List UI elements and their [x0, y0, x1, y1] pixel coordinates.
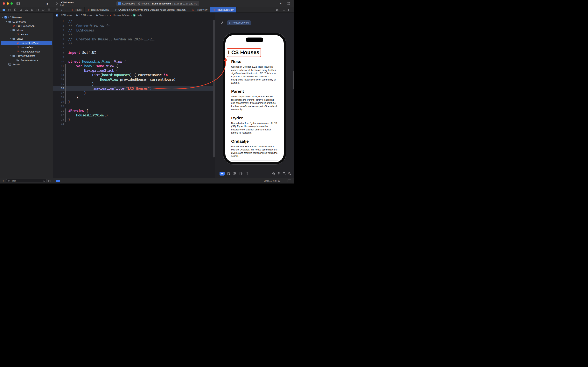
- zoom-fit-button[interactable]: [277, 172, 281, 175]
- zoom-window-button[interactable]: [10, 2, 13, 5]
- code-line-16[interactable]: 16 .navigationTitle("LCS Houses"): [53, 86, 215, 91]
- sidebar-item-lcshouses[interactable]: ▾LCSHouses: [1, 19, 52, 24]
- navigator-tab-issues[interactable]: [25, 8, 28, 11]
- breadcrumb-item-views[interactable]: Views: [95, 14, 106, 17]
- pin-preview-icon[interactable]: [219, 21, 224, 25]
- disclosure-chevron-icon[interactable]: ▾: [9, 55, 12, 57]
- code-editor[interactable]: 1//2// ContentView.swift3// LCSHouses4//…: [53, 18, 215, 178]
- sidebar-item-houseview[interactable]: HouseView: [1, 45, 52, 49]
- line-number[interactable]: 15: [53, 83, 64, 85]
- sidebar-item-house[interactable]: House: [1, 32, 52, 37]
- navigator-tab-bookmarks[interactable]: [14, 8, 17, 11]
- line-number[interactable]: 9: [53, 56, 64, 58]
- code-line-21[interactable]: 21#Preview {: [53, 108, 215, 113]
- split-editor-icon[interactable]: [288, 8, 291, 11]
- sidebar-item-preview-assets[interactable]: Preview Assets: [1, 58, 52, 62]
- navigator-tab-breakpoints[interactable]: [42, 8, 45, 11]
- code-line-7[interactable]: 7: [53, 46, 215, 50]
- line-number[interactable]: 4: [53, 33, 64, 36]
- breadcrumb-item-lcshouses[interactable]: LCSHouses: [76, 14, 92, 17]
- code-line-18[interactable]: 18 }: [53, 95, 215, 100]
- forward-icon[interactable]: ›: [65, 8, 66, 11]
- line-number[interactable]: 2: [53, 24, 64, 27]
- tab-houseview[interactable]: HouseView: [189, 7, 210, 12]
- editor-scrollbar[interactable]: [213, 20, 215, 176]
- sidebar-item-preview-content[interactable]: ▾Preview Content: [1, 54, 52, 58]
- line-number[interactable]: 13: [53, 74, 64, 76]
- code-line-3[interactable]: 3// LCSHouses: [53, 28, 215, 33]
- code-line-12[interactable]: 12 NavigationStack {: [53, 68, 215, 73]
- sidebar-item-housedetailview[interactable]: HouseDetailView: [1, 49, 52, 54]
- navigator-tab-find[interactable]: [19, 8, 22, 11]
- navigator-tab-reports[interactable]: [47, 8, 50, 11]
- house-row-moodie[interactable]: Moodie: [231, 161, 278, 162]
- sidebar-item-houseslistview[interactable]: HousesListView: [1, 41, 52, 45]
- selectable-mode-button[interactable]: [227, 172, 231, 175]
- house-row-ross[interactable]: RossOpened in October 2022, Ross House i…: [231, 58, 278, 87]
- sidebar-item-views[interactable]: ▾Views: [1, 37, 52, 41]
- zoom-out-button[interactable]: [272, 172, 276, 175]
- code-line-8[interactable]: 8import SwiftUI: [53, 50, 215, 55]
- code-line-11[interactable]: 11 var body: some View {: [53, 64, 215, 68]
- line-number[interactable]: 17: [53, 91, 64, 94]
- code-line-14[interactable]: 14 HouseView(providedHouse: currentHouse…: [53, 77, 215, 82]
- flag-filter-icon[interactable]: [48, 179, 51, 182]
- toggle-sidebar-icon[interactable]: [16, 2, 20, 5]
- add-tab-button[interactable]: +: [280, 1, 282, 5]
- house-row-ryder[interactable]: RyderNamed after Tom Ryder, an alumnus o…: [231, 114, 278, 137]
- line-number[interactable]: 20: [53, 105, 64, 108]
- line-number[interactable]: 12: [53, 69, 64, 72]
- code-line-9[interactable]: 9: [53, 55, 215, 59]
- editor-layout-icon[interactable]: [287, 2, 290, 5]
- line-number[interactable]: 5: [53, 38, 64, 41]
- jump-list-icon[interactable]: [282, 8, 285, 11]
- breadcrumb-item-body[interactable]: Pbody: [133, 14, 142, 17]
- add-file-button[interactable]: +: [2, 179, 5, 183]
- preview-target-badge[interactable]: HousesListView: [227, 20, 251, 25]
- navigator-tab-project[interactable]: [2, 8, 5, 11]
- editor-scrollbar-thumb[interactable]: [213, 20, 215, 158]
- device-button[interactable]: [245, 172, 249, 175]
- line-number[interactable]: 6: [53, 42, 64, 45]
- close-window-button[interactable]: [3, 2, 5, 5]
- code-line-10[interactable]: 10struct HousesListView: View {: [53, 59, 215, 64]
- tab-changed-the-preview-to-show-ondaatje-hou[interactable]: #Changed the preview to show Ondaatje ho…: [112, 7, 189, 12]
- code-line-13[interactable]: 13 List(boardingHouses) { currentHouse i…: [53, 73, 215, 77]
- tab-houseslistview[interactable]: HousesListView: [210, 7, 236, 12]
- navigator-tab-debug[interactable]: [36, 8, 39, 11]
- line-number[interactable]: 23: [53, 118, 64, 121]
- line-number[interactable]: 7: [53, 47, 64, 50]
- disclosure-chevron-icon[interactable]: ▾: [9, 38, 12, 40]
- activity-view[interactable]: Build Succeeded | 2024-11-21 at 9:32 PM: [150, 1, 199, 6]
- code-line-17[interactable]: 17 }: [53, 91, 215, 95]
- zoom-actual-button[interactable]: 1: [288, 172, 291, 175]
- scm-status[interactable]: LCSHouses main: [55, 0, 74, 7]
- line-number[interactable]: 3: [53, 29, 64, 32]
- line-number[interactable]: 19: [53, 100, 64, 103]
- sidebar-item-lcshousesapp[interactable]: LCSHousesApp: [1, 24, 52, 28]
- zoom-in-button[interactable]: [283, 172, 286, 175]
- simulator-keyboard-icon[interactable]: [288, 179, 291, 182]
- tab-overview-icon[interactable]: [55, 8, 58, 11]
- recents-clock-icon[interactable]: [43, 180, 45, 182]
- run-button[interactable]: ▶: [47, 0, 49, 7]
- line-number[interactable]: 1: [53, 20, 64, 23]
- code-line-6[interactable]: 6//: [53, 42, 215, 46]
- disclosure-chevron-icon[interactable]: ▾: [1, 16, 4, 18]
- code-line-23[interactable]: 23}: [53, 117, 215, 122]
- breakpoints-indicator[interactable]: [56, 180, 60, 182]
- line-number[interactable]: 22: [53, 114, 64, 117]
- navigator-filter-field[interactable]: Filter: [6, 179, 47, 183]
- line-number[interactable]: 24: [53, 123, 64, 125]
- back-icon[interactable]: ‹: [61, 8, 62, 11]
- sidebar-item-lcshouses[interactable]: ▾LCSHouses: [1, 15, 52, 19]
- line-number[interactable]: 16: [53, 87, 64, 90]
- house-row-parent[interactable]: ParentAlso inaugurated in 2022, Parent H…: [231, 87, 278, 114]
- code-line-19[interactable]: 19}: [53, 100, 215, 104]
- code-line-20[interactable]: 20: [53, 104, 215, 108]
- code-line-2[interactable]: 2// ContentView.swift: [53, 24, 215, 28]
- device-settings-button[interactable]: [239, 172, 243, 175]
- canvas-scrollbar-thumb[interactable]: [293, 71, 294, 89]
- code-line-22[interactable]: 22 HousesListView(): [53, 113, 215, 117]
- line-number[interactable]: 10: [53, 60, 64, 63]
